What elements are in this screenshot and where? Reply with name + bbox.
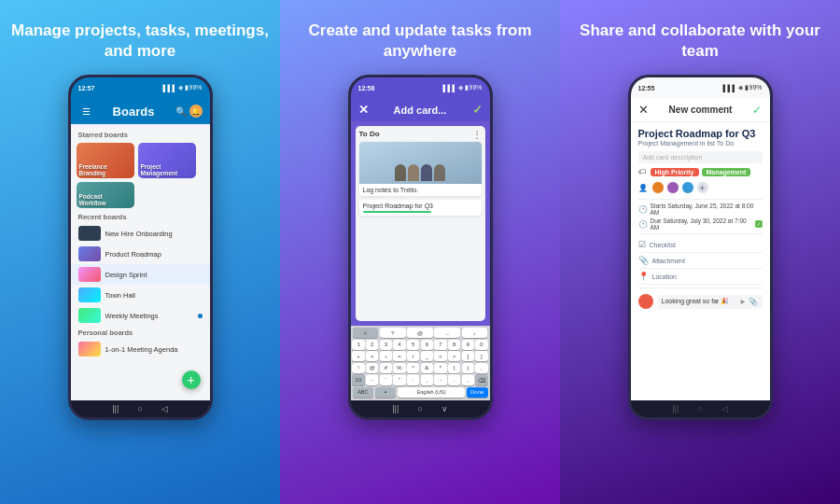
checklist-row[interactable]: ☑ Checklist xyxy=(638,237,763,253)
attach-icon[interactable]: 📎 xyxy=(749,298,758,306)
nav-back-icon-3[interactable]: ||| xyxy=(672,404,679,413)
column-menu-icon[interactable]: ⋮ xyxy=(472,130,482,140)
kb-key-dash2[interactable]: - xyxy=(434,374,446,385)
kb-key-lt[interactable]: < xyxy=(434,351,446,361)
location-row[interactable]: 📍 Location xyxy=(638,269,763,285)
check-button-3[interactable]: ✓ xyxy=(752,104,762,117)
tag-high-priority[interactable]: High Priority xyxy=(651,168,699,176)
card-project-roadmap[interactable]: Project Roadmap for Q3 xyxy=(359,200,482,216)
todo-column-header: To Do ⋮ xyxy=(359,130,482,138)
close-button-2[interactable]: ✕ xyxy=(358,103,369,117)
kb-key-comma3[interactable]: , xyxy=(462,374,474,385)
kb-key-star[interactable]: * xyxy=(434,363,446,373)
kb-key-3[interactable]: 3 xyxy=(380,340,392,350)
kb-key-abc[interactable]: ABC xyxy=(353,387,374,398)
avatar-3[interactable] xyxy=(681,181,694,194)
tag-management[interactable]: Management xyxy=(702,168,751,176)
kb-key-period[interactable]: . xyxy=(448,374,460,385)
kb-key-excl[interactable]: ! xyxy=(352,363,364,373)
kb-key-comma2[interactable]: , xyxy=(421,374,433,385)
kb-key-lpar[interactable]: ( xyxy=(448,363,460,373)
due-clock-icon: 🕐 xyxy=(638,220,648,229)
nav-recent-icon[interactable]: ◁ xyxy=(161,404,168,413)
search-icon[interactable]: 🔍 xyxy=(173,103,189,119)
card-project-label: Project Roadmap for Q3 xyxy=(363,203,433,209)
kb-key-chevron[interactable]: < xyxy=(353,328,379,338)
add-member-button[interactable]: + xyxy=(696,181,709,194)
kb-key-gt[interactable]: > xyxy=(448,351,460,361)
menu-icon[interactable]: ☰ xyxy=(78,103,95,119)
kb-key-div[interactable]: ÷ xyxy=(380,351,392,361)
kb-key-amp[interactable]: & xyxy=(421,363,433,373)
avatar-1[interactable] xyxy=(651,181,665,194)
start-date-row: 🕐 Starts Saturday, June 25, 2022 at 8:00… xyxy=(638,203,763,216)
kb-key-plus[interactable]: + xyxy=(352,351,364,361)
attachment-row[interactable]: 📎 Attachment xyxy=(638,253,763,269)
fab-add[interactable]: + xyxy=(182,371,201,389)
list-item-onboarding[interactable]: New Hire Onboarding xyxy=(71,223,210,244)
attachment-icon: 📎 xyxy=(638,256,649,265)
nav-recent-icon-3[interactable]: ◁ xyxy=(721,404,728,413)
kb-key-4[interactable]: 4 xyxy=(393,340,405,350)
kb-key-1[interactable]: 1 xyxy=(352,340,364,350)
list-item-roadmap[interactable]: Product Roadmap xyxy=(71,244,210,264)
list-item-1on1[interactable]: 1-on-1 Meeting Agenda xyxy=(71,339,210,359)
kb-key-8[interactable]: 8 xyxy=(448,340,460,350)
card-desc-field[interactable]: Add card description xyxy=(638,151,763,163)
kb-key-rbr[interactable]: ] xyxy=(475,351,487,361)
kb-key-caret[interactable]: ^ xyxy=(407,363,419,373)
avatar-2[interactable] xyxy=(666,181,679,194)
kb-key-q[interactable]: ? xyxy=(380,328,406,338)
kb-key-slash[interactable]: / xyxy=(407,351,419,361)
tag-icon: 🏷 xyxy=(638,168,646,176)
notification-bell[interactable]: 🔔 xyxy=(189,105,203,118)
nav-home-icon-2[interactable]: ○ xyxy=(417,404,422,413)
close-button-3[interactable]: ✕ xyxy=(638,103,649,117)
kb-key-12[interactable]: 1/2 xyxy=(352,374,364,385)
kb-key-times[interactable]: × xyxy=(366,351,378,361)
card-meeting[interactable]: Log notes to Trello. xyxy=(359,142,482,196)
nav-back-icon-2[interactable]: ||| xyxy=(392,404,399,413)
kb-key-arrow[interactable]: › xyxy=(462,328,488,338)
kb-key-dot2[interactable]: · xyxy=(407,374,419,385)
kb-key-at2[interactable]: @ xyxy=(366,363,378,373)
nav-recent-icon-2[interactable]: ∨ xyxy=(441,404,448,413)
kb-key-eq[interactable]: = xyxy=(393,351,405,361)
kb-key-5[interactable]: 5 xyxy=(407,340,419,350)
kb-key-done[interactable]: Done xyxy=(467,387,488,398)
board-thumb-podcast[interactable]: Podcast Workflow xyxy=(77,182,134,208)
board-thumb-freelance[interactable]: Freelance Branding xyxy=(77,143,134,178)
kb-key-rpar[interactable]: ) xyxy=(462,363,474,373)
list-item-townhall[interactable]: Town Hall xyxy=(71,285,210,305)
kb-key-2[interactable]: 2 xyxy=(366,340,378,350)
nav-back-icon[interactable]: ||| xyxy=(112,404,119,413)
kb-key-hash[interactable]: # xyxy=(380,363,392,373)
kb-key-pct[interactable]: % xyxy=(393,363,405,373)
kb-key-9[interactable]: 9 xyxy=(462,340,474,350)
kb-key-sym[interactable]: ▪ xyxy=(375,387,397,398)
nav-home-icon-3[interactable]: ○ xyxy=(697,404,702,413)
list-item-design[interactable]: Design Sprint xyxy=(71,264,210,285)
kb-key-apos[interactable]: ' xyxy=(380,374,392,385)
kb-key-lbr[interactable]: [ xyxy=(462,351,474,361)
comment-input-field[interactable]: Looking great so far 🎉 ➤ 📎 xyxy=(657,295,763,309)
kb-key-quote[interactable]: " xyxy=(393,374,405,385)
kb-key-backspace[interactable]: ⌫ xyxy=(475,374,487,385)
nav-home-icon[interactable]: ○ xyxy=(137,404,142,413)
board-thumb-pm[interactable]: Project Management xyxy=(138,143,196,178)
list-item-meetings[interactable]: Weekly Meetings xyxy=(71,305,210,326)
check-button-2[interactable]: ✓ xyxy=(472,103,483,117)
board-icon-onboarding xyxy=(78,226,101,241)
kb-key-dash[interactable]: - xyxy=(366,374,378,385)
kb-key-under[interactable]: _ xyxy=(421,351,433,361)
kb-key-comma[interactable]: , xyxy=(475,363,487,373)
kb-row-special-chars: ! @ # % ^ & * ( ) , xyxy=(353,363,488,373)
kb-key-0[interactable]: 0 xyxy=(475,340,487,350)
kb-key-at[interactable]: @ xyxy=(407,328,433,338)
kb-key-ellipsis[interactable]: … xyxy=(434,328,460,338)
kb-key-7[interactable]: 7 xyxy=(434,340,446,350)
send-icon[interactable]: ➤ xyxy=(739,298,746,306)
kb-key-6[interactable]: 6 xyxy=(421,340,433,350)
starred-boards: Freelance Branding Project Management Po… xyxy=(71,141,210,210)
kb-key-space[interactable]: English (US) xyxy=(398,387,466,398)
